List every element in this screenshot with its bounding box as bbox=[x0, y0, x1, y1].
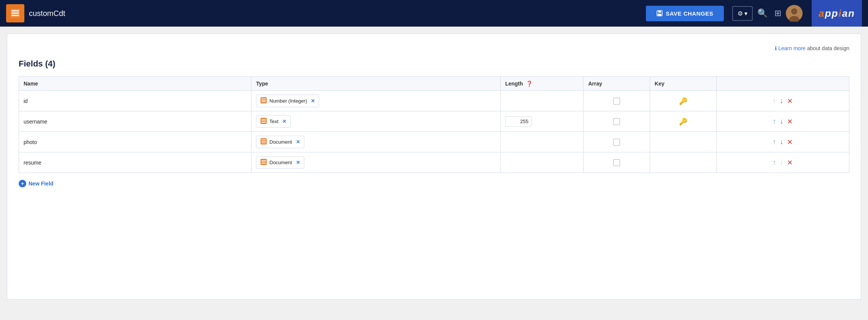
table-row: id Number (Integer) ✕ bbox=[19, 91, 849, 111]
field-array-photo bbox=[583, 132, 650, 152]
field-name-username: username bbox=[19, 111, 251, 132]
field-name-resume: resume bbox=[19, 152, 251, 173]
gear-icon: ⚙ bbox=[738, 10, 743, 17]
field-type-photo: Document ✕ bbox=[251, 132, 501, 152]
header: customCdt SAVE CHANGES ⚙ ▾ 🔍 ⊞ appian bbox=[0, 0, 868, 27]
array-checkbox-photo[interactable] bbox=[613, 139, 620, 146]
new-field-button[interactable]: + New Field bbox=[19, 180, 53, 187]
remove-type-resume-button[interactable]: ✕ bbox=[296, 160, 300, 165]
type-icon-id bbox=[260, 97, 267, 105]
remove-type-username-button[interactable]: ✕ bbox=[282, 119, 286, 124]
length-input-username[interactable] bbox=[505, 116, 532, 127]
svg-rect-2 bbox=[11, 13, 19, 14]
move-up-id-button[interactable]: ↑ bbox=[771, 96, 777, 106]
fields-section-title: Fields (4) bbox=[19, 59, 849, 69]
delete-username-button[interactable]: ✕ bbox=[786, 116, 794, 127]
array-checkbox-resume[interactable] bbox=[613, 159, 620, 166]
field-length-id bbox=[501, 91, 583, 111]
field-name-id: id bbox=[19, 91, 251, 111]
array-checkbox-username[interactable] bbox=[613, 118, 620, 125]
table-row: resume Document ✕ bbox=[19, 152, 849, 173]
chevron-down-icon: ▾ bbox=[744, 10, 747, 17]
type-label-id: Number (Integer) bbox=[269, 98, 307, 104]
field-length-username bbox=[501, 111, 583, 132]
field-array-username bbox=[583, 111, 650, 132]
grid-menu-button[interactable]: ⊞ bbox=[772, 6, 784, 21]
type-label-username: Text bbox=[269, 119, 278, 124]
svg-rect-24 bbox=[261, 162, 266, 162]
array-checkbox-id[interactable] bbox=[613, 98, 620, 105]
key-icon-id: 🔑 bbox=[679, 97, 687, 105]
field-key-id: 🔑 bbox=[650, 91, 717, 111]
page-title: customCdt bbox=[29, 9, 641, 18]
grid-icon: ⊞ bbox=[774, 8, 781, 18]
field-array-id bbox=[583, 91, 650, 111]
move-down-id-button[interactable]: ↓ bbox=[779, 96, 784, 106]
svg-rect-13 bbox=[261, 101, 266, 102]
new-field-row: + New Field bbox=[19, 180, 849, 187]
svg-rect-16 bbox=[261, 120, 266, 121]
global-search-button[interactable]: 🔍 bbox=[755, 6, 770, 21]
svg-rect-5 bbox=[658, 11, 661, 13]
field-key-username: 🔑 bbox=[650, 111, 717, 132]
appian-brand-logo: appian bbox=[812, 0, 862, 27]
save-changes-button[interactable]: SAVE CHANGES bbox=[646, 6, 724, 21]
field-actions-resume: ↑ ↓ ✕ bbox=[716, 152, 849, 173]
svg-rect-17 bbox=[261, 122, 266, 123]
type-icon-resume bbox=[260, 158, 267, 166]
move-up-username-button[interactable]: ↑ bbox=[771, 116, 777, 127]
field-type-username: Text ✕ bbox=[251, 111, 501, 132]
remove-type-photo-button[interactable]: ✕ bbox=[296, 139, 300, 145]
move-up-resume-button[interactable]: ↑ bbox=[771, 157, 777, 168]
field-type-resume: Document ✕ bbox=[251, 152, 501, 173]
avatar[interactable] bbox=[786, 5, 803, 22]
field-array-resume bbox=[583, 152, 650, 173]
col-header-length: Length ❓ bbox=[501, 77, 583, 91]
field-actions-username: ↑ ↓ ✕ bbox=[716, 111, 849, 132]
learn-more-row: ℹ Learn more about data design bbox=[19, 45, 849, 51]
fields-table: Name Type Length ❓ Array Key id bbox=[19, 76, 849, 173]
svg-rect-1 bbox=[11, 10, 19, 11]
delete-resume-button[interactable]: ✕ bbox=[786, 157, 794, 168]
learn-more-link[interactable]: Learn more bbox=[778, 45, 806, 51]
move-down-resume-button[interactable]: ↓ bbox=[779, 157, 784, 168]
field-type-id: Number (Integer) ✕ bbox=[251, 91, 501, 111]
col-header-array: Array bbox=[583, 77, 650, 91]
settings-button[interactable]: ⚙ ▾ bbox=[732, 6, 753, 21]
field-actions-id: ↑ ↓ ✕ bbox=[716, 91, 849, 111]
col-header-key: Key bbox=[650, 77, 717, 91]
length-help-icon[interactable]: ❓ bbox=[526, 81, 533, 87]
move-down-photo-button[interactable]: ↓ bbox=[779, 137, 784, 147]
svg-rect-6 bbox=[658, 14, 661, 16]
move-up-photo-button[interactable]: ↑ bbox=[771, 137, 777, 147]
move-down-username-button[interactable]: ↓ bbox=[779, 116, 784, 127]
svg-rect-20 bbox=[261, 141, 266, 142]
svg-rect-12 bbox=[261, 100, 266, 101]
svg-rect-23 bbox=[261, 160, 266, 161]
svg-rect-21 bbox=[261, 143, 266, 143]
info-icon: ℹ bbox=[775, 45, 777, 51]
field-length-resume bbox=[501, 152, 583, 173]
svg-point-8 bbox=[791, 8, 797, 14]
search-icon: 🔍 bbox=[757, 8, 768, 18]
app-logo bbox=[6, 4, 24, 22]
svg-rect-11 bbox=[261, 98, 266, 99]
learn-more-suffix: about data design bbox=[806, 45, 849, 51]
new-field-label: New Field bbox=[29, 181, 53, 187]
main-content: ℹ Learn more about data design Fields (4… bbox=[7, 33, 861, 299]
key-icon-username: 🔑 bbox=[679, 118, 687, 125]
remove-type-id-button[interactable]: ✕ bbox=[311, 98, 315, 104]
type-label-photo: Document bbox=[269, 139, 292, 145]
svg-rect-15 bbox=[261, 119, 266, 120]
length-label: Length bbox=[505, 81, 523, 87]
type-icon-photo bbox=[260, 138, 267, 146]
col-header-actions bbox=[716, 77, 849, 91]
table-header-row: Name Type Length ❓ Array Key bbox=[19, 77, 849, 91]
field-key-photo bbox=[650, 132, 717, 152]
svg-rect-3 bbox=[11, 15, 19, 16]
delete-id-button[interactable]: ✕ bbox=[786, 96, 794, 106]
appian-logo-text: appian bbox=[819, 8, 855, 19]
col-header-type: Type bbox=[251, 77, 501, 91]
delete-photo-button[interactable]: ✕ bbox=[786, 137, 794, 147]
plus-circle-icon: + bbox=[19, 180, 26, 187]
